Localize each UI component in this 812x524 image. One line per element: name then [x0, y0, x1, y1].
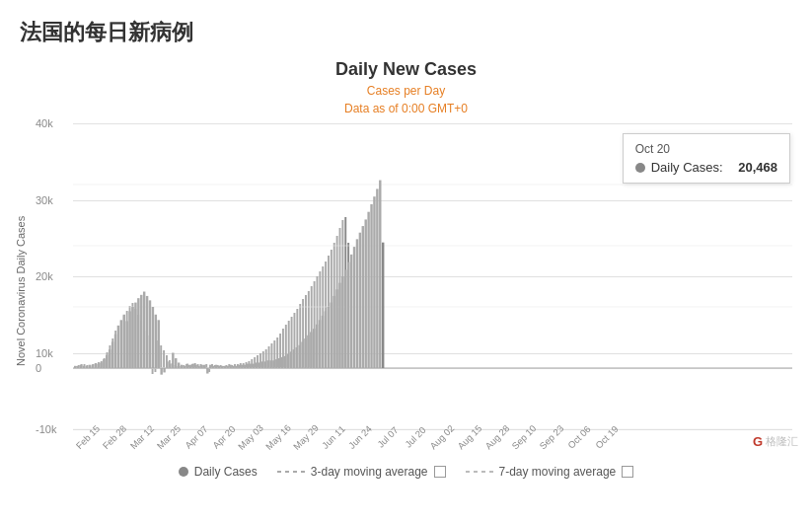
watermark-logo: G	[753, 434, 763, 449]
legend-item-avg3: 3-day moving average	[277, 465, 446, 479]
svg-rect-175	[272, 360, 274, 368]
svg-rect-148	[194, 365, 196, 368]
tooltip-value: 20,468	[738, 160, 777, 175]
svg-rect-141	[175, 358, 177, 368]
y-axis-label: Novel Coronavirus Daily Cases	[10, 123, 32, 459]
svg-rect-165	[244, 365, 246, 368]
svg-rect-200	[344, 269, 346, 368]
svg-rect-150	[200, 365, 202, 368]
svg-rect-207	[364, 219, 366, 368]
svg-rect-117	[106, 355, 108, 368]
svg-rect-160	[229, 365, 231, 368]
svg-rect-201	[347, 262, 349, 368]
svg-rect-129	[140, 295, 142, 368]
svg-rect-209	[370, 204, 372, 368]
legend-line-avg3	[277, 471, 305, 473]
svg-rect-193	[325, 311, 327, 368]
svg-rect-183	[296, 347, 298, 368]
svg-rect-198	[338, 283, 340, 368]
svg-rect-189	[313, 329, 315, 368]
svg-rect-168	[253, 364, 255, 368]
svg-rect-166	[247, 364, 249, 368]
svg-rect-211	[376, 188, 378, 368]
svg-rect-171	[261, 361, 263, 368]
svg-rect-180	[287, 354, 289, 368]
svg-rect-122	[120, 320, 122, 368]
tooltip-date: Oct 20	[635, 142, 777, 156]
svg-rect-170	[258, 362, 260, 368]
svg-rect-174	[269, 360, 271, 368]
svg-rect-107	[77, 366, 79, 368]
svg-rect-137	[163, 368, 165, 372]
page-title: 法国的每日新病例	[0, 0, 812, 55]
svg-rect-210	[373, 196, 375, 368]
svg-rect-132	[149, 300, 151, 368]
svg-rect-116	[103, 359, 105, 368]
legend-checkbox-avg3[interactable]	[434, 466, 446, 478]
svg-rect-178	[281, 357, 283, 368]
svg-rect-124	[125, 321, 127, 368]
svg-rect-164	[241, 365, 243, 368]
svg-rect-195	[330, 303, 332, 368]
svg-rect-172	[263, 361, 265, 368]
svg-rect-173	[266, 360, 268, 368]
svg-rect-130	[143, 292, 145, 369]
svg-rect-135	[158, 320, 160, 368]
svg-rect-128	[137, 298, 139, 368]
svg-rect-179	[284, 356, 286, 368]
svg-rect-118	[109, 349, 111, 368]
svg-rect-206	[362, 226, 364, 368]
svg-rect-126	[131, 307, 133, 368]
watermark: G 格隆汇	[753, 434, 798, 449]
svg-rect-161	[232, 366, 234, 368]
svg-rect-123	[123, 315, 125, 368]
x-axis: Feb 15 Feb 28 Mar 12 Mar 25 Apr 07 Apr 2…	[73, 429, 792, 459]
svg-rect-145	[186, 364, 188, 368]
svg-rect-155	[215, 365, 217, 368]
svg-rect-106	[74, 366, 76, 368]
svg-rect-196	[332, 296, 334, 368]
svg-rect-208	[367, 212, 369, 368]
tooltip-label: Daily Cases:	[651, 160, 723, 175]
legend: Daily Cases 3-day moving average 7-day m…	[10, 465, 802, 485]
svg-rect-204	[356, 239, 358, 368]
tooltip-row: Daily Cases: 20,468	[635, 160, 777, 175]
svg-rect-114	[97, 364, 99, 368]
svg-rect-125	[128, 311, 130, 368]
svg-rect-182	[293, 349, 295, 368]
svg-rect-188	[310, 332, 312, 368]
chart-subtitle: Cases per Day Data as of 0:00 GMT+0	[10, 82, 802, 117]
svg-rect-213	[382, 243, 384, 368]
svg-rect-151	[203, 365, 205, 368]
svg-rect-163	[238, 365, 240, 368]
legend-item-avg7: 7-day moving average	[466, 465, 634, 479]
svg-rect-181	[290, 351, 292, 368]
legend-checkbox-avg7[interactable]	[622, 466, 633, 478]
svg-rect-202	[350, 255, 352, 368]
svg-rect-184	[298, 345, 300, 368]
chart-inner: 40k 30k 20k 10k 0 -10k	[32, 123, 802, 459]
svg-rect-205	[359, 233, 361, 368]
svg-rect-153	[209, 365, 211, 368]
svg-rect-162	[235, 366, 237, 368]
svg-rect-159	[227, 366, 229, 368]
svg-rect-113	[94, 364, 96, 368]
svg-rect-197	[335, 289, 337, 368]
chart-area: Novel Coronavirus Daily Cases 40k 30k 20…	[10, 123, 802, 459]
svg-rect-139	[169, 364, 171, 368]
svg-rect-190	[316, 325, 318, 368]
tooltip-dot	[635, 163, 645, 173]
svg-rect-147	[192, 364, 194, 368]
legend-label-avg3: 3-day moving average	[311, 465, 428, 479]
svg-rect-108	[80, 365, 82, 368]
watermark-text: 格隆汇	[766, 434, 798, 449]
svg-rect-212	[379, 181, 381, 368]
svg-rect-144	[184, 366, 185, 368]
legend-label-avg7: 7-day moving average	[499, 465, 617, 479]
svg-rect-152	[206, 368, 208, 374]
svg-rect-185	[301, 341, 303, 368]
svg-rect-142	[178, 362, 180, 368]
svg-rect-186	[304, 338, 306, 368]
svg-rect-157	[221, 366, 223, 368]
svg-rect-136	[160, 368, 162, 375]
